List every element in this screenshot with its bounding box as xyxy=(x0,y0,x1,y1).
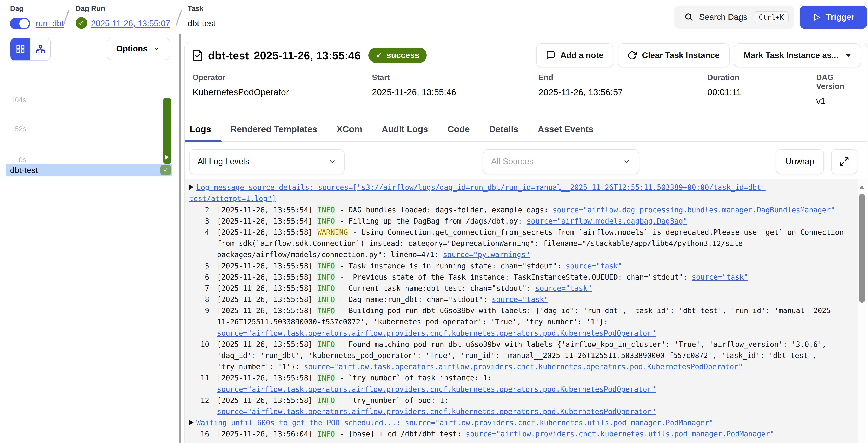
log-text: - Filling up the DagBag from /dags/dbt.p… xyxy=(335,217,526,225)
log-line-content: [2025-11-26, 13:55:58] INFO - `try_numbe… xyxy=(217,395,844,417)
unwrap-label: Unwrap xyxy=(785,157,814,166)
scroll-up-arrow-icon[interactable] xyxy=(859,185,865,190)
task-doc-check-icon xyxy=(192,48,203,62)
chevron-down-icon xyxy=(153,45,160,53)
log-group-line: Log message source details: sources=["s3… xyxy=(189,182,844,204)
play-icon xyxy=(812,13,821,22)
log-line-number: 6 xyxy=(189,272,209,283)
log-source-link[interactable]: source="airflow.task.operators.airflow.p… xyxy=(217,407,656,416)
view-switcher xyxy=(10,38,51,61)
task-instance-panel: dbt-test 2025-11-26, 13:55:46 ✓ success … xyxy=(184,41,867,443)
meta-start: Start2025-11-26, 13:55:46 xyxy=(372,73,539,106)
trigger-button[interactable]: Trigger xyxy=(800,6,867,29)
log-source-link[interactable]: Log message source details: sources=["s3… xyxy=(189,183,766,203)
log-group-toggle-icon[interactable] xyxy=(189,184,193,190)
log-text: [2025-11-26, 13:55:58] xyxy=(217,284,317,293)
log-line-number: 8 xyxy=(189,294,209,305)
log-level-info: INFO xyxy=(317,340,335,349)
tab-asset-events[interactable]: Asset Events xyxy=(537,124,593,134)
breadcrumb-separator xyxy=(63,10,69,26)
graph-view-button[interactable] xyxy=(30,38,51,60)
log-line: 7[2025-11-26, 13:55:58] INFO - Current t… xyxy=(189,283,844,294)
trigger-label: Trigger xyxy=(826,12,854,22)
log-source-link[interactable]: Waiting until 600s to get the POD schedu… xyxy=(196,419,713,427)
mark-task-instance-as-button[interactable]: Mark Task Instance as... xyxy=(734,43,861,67)
dag-run-crumb-label: Dag Run xyxy=(75,4,105,12)
log-text: - `try_number` of task_instance: 1: xyxy=(335,374,496,382)
task-title: dbt-test xyxy=(208,49,249,62)
sidebar-task-row[interactable]: dbt-test ✓ xyxy=(6,164,172,176)
log-level-select[interactable]: All Log Levels xyxy=(189,149,345,174)
log-source-link[interactable]: source="airflow.task.operators.airflow.p… xyxy=(217,329,656,337)
log-source-link[interactable]: source="task" xyxy=(535,284,592,293)
task-title-timestamp: 2025-11-26, 13:55:46 xyxy=(254,49,361,62)
log-source-link[interactable]: source="py.warnings" xyxy=(443,250,530,259)
log-source-link[interactable]: source="task" xyxy=(492,295,548,304)
dag-pause-toggle[interactable] xyxy=(10,18,30,29)
log-text: [2025-11-26, 13:55:58] xyxy=(217,228,317,236)
log-level-info: INFO xyxy=(317,396,335,405)
tab-rendered-templates[interactable]: Rendered Templates xyxy=(230,124,317,134)
dag-run-link[interactable]: 2025-11-26, 13:55:07 xyxy=(91,19,170,28)
tab-xcom[interactable]: XCom xyxy=(337,124,362,134)
log-scrollbar[interactable] xyxy=(858,179,866,443)
duration-tick: 104s xyxy=(11,96,26,104)
grid-view-button[interactable] xyxy=(10,38,30,60)
tab-audit-logs[interactable]: Audit Logs xyxy=(382,124,428,134)
duration-tick: 52s xyxy=(15,125,26,133)
tab-details[interactable]: Details xyxy=(489,124,518,134)
log-group-toggle-icon[interactable] xyxy=(189,420,193,425)
log-source-select[interactable]: All Sources xyxy=(483,149,639,174)
task-duration-bar[interactable] xyxy=(163,98,171,164)
panel-splitter[interactable] xyxy=(179,34,181,443)
fullscreen-button[interactable] xyxy=(831,149,857,174)
log-source-link[interactable]: source="airflow.task.operators.airflow.p… xyxy=(304,363,743,371)
toggle-knob xyxy=(20,19,29,28)
log-level-info: INFO xyxy=(317,295,335,304)
log-text: - Current task name:dbt-test: chan="stdo… xyxy=(335,284,535,293)
log-source-link[interactable]: source="airflow.models.dagbag.DagBag" xyxy=(527,217,687,225)
breadcrumb-separator xyxy=(176,10,182,26)
add-note-button[interactable]: Add a note xyxy=(536,43,613,67)
log-source-placeholder: All Sources xyxy=(491,157,533,166)
log-level-info: INFO xyxy=(317,283,335,293)
dag-crumb-label: Dag xyxy=(10,4,24,12)
log-line: 9[2025-11-26, 13:55:58] INFO - Building … xyxy=(189,305,844,339)
clear-task-instance-button[interactable]: Clear Task Instance xyxy=(618,43,730,67)
sidebar: Options dbt-test ✓ 104s52s0s xyxy=(0,34,180,443)
status-label: success xyxy=(386,51,420,60)
log-line: 6[2025-11-26, 13:55:58] INFO - Previous … xyxy=(189,272,844,283)
dag-link[interactable]: run_dbt xyxy=(36,19,64,28)
scrollbar-thumb[interactable] xyxy=(859,194,865,303)
log-source-link[interactable]: source="task" xyxy=(566,262,622,270)
log-text: - DAG bundles loaded: dags-folder, examp… xyxy=(335,206,553,214)
log-text: [2025-11-26, 13:55:58] xyxy=(217,262,317,270)
search-dags-button[interactable]: Search Dags Ctrl+K xyxy=(674,6,794,29)
log-source-link[interactable]: source="airflow.providers.cncf.kubernete… xyxy=(466,430,774,438)
task-crumb-value: dbt-test xyxy=(188,19,216,28)
log-line-content: [2025-11-26, 13:55:58] INFO - Task insta… xyxy=(217,261,844,272)
log-source-link[interactable]: source="airflow.task.operators.airflow.p… xyxy=(217,385,656,394)
options-label: Options xyxy=(116,44,148,54)
log-source-link[interactable]: source="task" xyxy=(692,273,748,281)
meta-label: Start xyxy=(372,73,539,82)
log-text: - [base] + cd /dbt/dbt_test: xyxy=(335,430,466,438)
log-line-number: 16 xyxy=(189,428,209,440)
log-line: 11[2025-11-26, 13:55:58] INFO - `try_num… xyxy=(189,372,844,395)
log-level-info: INFO xyxy=(317,205,335,214)
log-source-link[interactable]: source="airflow.dag_processing.bundles.m… xyxy=(553,206,835,214)
log-line-content: [2025-11-26, 13:56:04] INFO - [base] + c… xyxy=(217,428,844,440)
log-text: - Dag name:run_dbt: chan="stdout": xyxy=(335,295,492,304)
meta-label: End xyxy=(539,73,708,82)
options-button[interactable]: Options xyxy=(106,38,170,60)
task-crumb-label: Task xyxy=(188,4,204,12)
tab-code[interactable]: Code xyxy=(447,124,470,134)
task-success-square-icon: ✓ xyxy=(160,165,171,175)
mark-as-label: Mark Task Instance as... xyxy=(744,51,839,60)
play-marker-icon xyxy=(165,155,169,160)
log-text: [2025-11-26, 13:56:04] xyxy=(217,430,317,438)
meta-label: Duration xyxy=(707,73,816,82)
log-line-number: 7 xyxy=(189,283,209,294)
tab-logs[interactable]: Logs xyxy=(190,124,211,134)
unwrap-button[interactable]: Unwrap xyxy=(776,149,824,174)
